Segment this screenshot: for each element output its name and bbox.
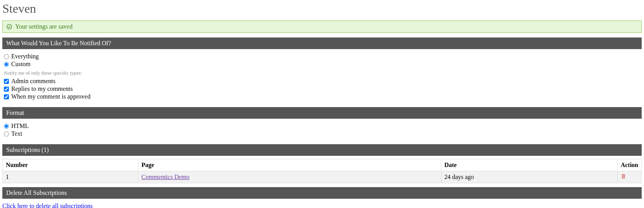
alert-text: Your settings are saved (15, 23, 72, 30)
cell-page: Commentics Demo (138, 171, 441, 183)
trash-icon[interactable] (621, 174, 626, 179)
radio-text[interactable] (4, 131, 9, 136)
radio-everything-label: Everything (11, 53, 39, 60)
check-replies-label: Replies to my comments (11, 85, 73, 92)
radio-text-label: Text (11, 130, 22, 137)
section-header-notify: What Would You Like To Be Notified Of? (2, 38, 642, 49)
check-approved-label: When my comment is approved (11, 93, 90, 100)
section-header-delete-all: Delete All Subscriptions (2, 187, 642, 199)
col-page: Page (138, 159, 441, 171)
table-header-row: Number Page Date Action (3, 159, 642, 171)
radio-custom[interactable] (4, 62, 9, 67)
cell-date: 24 days ago (441, 171, 617, 183)
check-approved[interactable] (4, 94, 9, 99)
svg-point-0 (7, 24, 12, 29)
radio-custom-label: Custom (11, 61, 31, 68)
table-row: 1 Commentics Demo 24 days ago (3, 171, 642, 183)
section-body-notify: Everything Custom Notify me of only thes… (2, 49, 642, 103)
notify-helper-text: Notify me of only these specific types: (4, 70, 640, 76)
check-admin-comments-label: Admin comments (11, 78, 55, 85)
delete-all-link[interactable]: Click here to delete all subscriptions (2, 203, 93, 208)
page-link[interactable]: Commentics Demo (141, 174, 189, 180)
check-circle-icon (7, 24, 12, 29)
section-body-format: HTML Text (2, 119, 642, 140)
check-admin-comments[interactable] (4, 79, 9, 84)
col-date: Date (441, 159, 617, 171)
col-action: Action (617, 159, 641, 171)
section-header-subscriptions: Subscriptions (1) (2, 144, 642, 156)
cell-action (617, 171, 641, 183)
alert-success: Your settings are saved (2, 20, 642, 33)
page-title: Steven (2, 2, 642, 16)
cell-number: 1 (3, 171, 138, 183)
subscriptions-table: Number Page Date Action 1 Commentics Dem… (2, 159, 642, 183)
col-number: Number (3, 159, 138, 171)
radio-html[interactable] (4, 124, 9, 129)
radio-html-label: HTML (11, 123, 29, 130)
section-header-format: Format (2, 107, 642, 119)
radio-everything[interactable] (4, 54, 9, 59)
check-replies[interactable] (4, 87, 9, 92)
